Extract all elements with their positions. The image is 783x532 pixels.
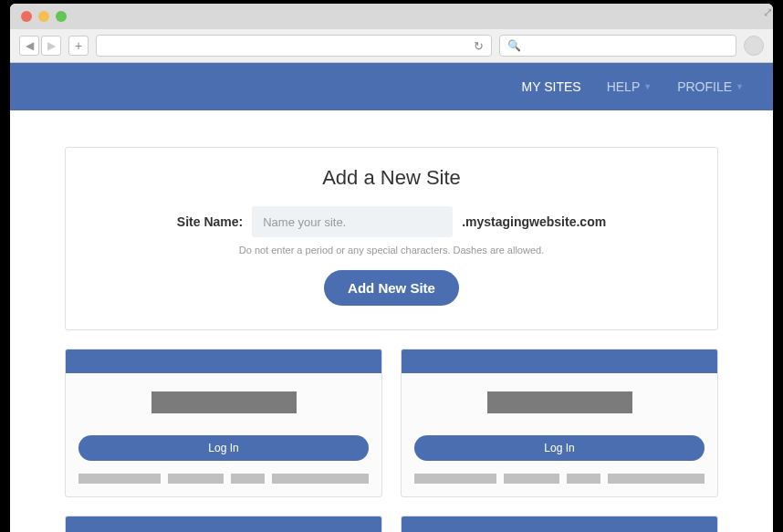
main-content: Add a New Site Site Name: .mystagingwebs… bbox=[10, 110, 773, 532]
stat-placeholder bbox=[231, 474, 266, 484]
browser-chrome bbox=[10, 4, 773, 29]
card-header bbox=[66, 516, 381, 532]
stat-placeholder bbox=[272, 474, 369, 484]
stat-placeholder bbox=[78, 474, 161, 484]
app-header: MY SITES HELP ▼ PROFILE ▼ bbox=[10, 63, 773, 110]
card-body: Log In bbox=[66, 373, 381, 496]
site-name-row: Site Name: .mystagingwebsite.com bbox=[93, 206, 690, 237]
site-card: Log In bbox=[65, 349, 382, 497]
site-name-label: Site Name: bbox=[177, 214, 243, 229]
fullscreen-icon[interactable]: ⤢ bbox=[763, 5, 773, 19]
login-button[interactable]: Log In bbox=[78, 435, 369, 461]
new-tab-button[interactable]: + bbox=[68, 36, 89, 56]
stat-row bbox=[414, 474, 705, 484]
card-header bbox=[66, 349, 381, 373]
stat-row bbox=[78, 474, 369, 484]
site-card: Log In bbox=[401, 349, 718, 497]
site-card bbox=[65, 516, 382, 532]
site-grid: Log In Log In bbox=[65, 349, 718, 532]
forward-button[interactable]: ▶ bbox=[41, 36, 61, 56]
close-window-button[interactable] bbox=[21, 11, 32, 22]
card-header bbox=[402, 349, 717, 373]
maximize-window-button[interactable] bbox=[56, 11, 67, 22]
card-header bbox=[402, 516, 717, 532]
nav-profile[interactable]: PROFILE ▼ bbox=[677, 79, 744, 94]
site-card bbox=[401, 516, 718, 532]
login-button[interactable]: Log In bbox=[414, 435, 705, 461]
stat-placeholder bbox=[567, 474, 601, 484]
minimize-window-button[interactable] bbox=[38, 11, 49, 22]
panel-title: Add a New Site bbox=[93, 166, 690, 190]
chevron-down-icon: ▼ bbox=[736, 82, 744, 91]
site-name-input[interactable] bbox=[252, 206, 453, 237]
browser-toolbar: ⤢ ◀ ▶ + ↻ 🔍 bbox=[10, 29, 773, 63]
traffic-lights bbox=[21, 11, 762, 29]
search-bar[interactable]: 🔍 bbox=[499, 35, 736, 57]
url-bar[interactable]: ↻ bbox=[96, 35, 492, 57]
stat-placeholder bbox=[414, 474, 496, 484]
chevron-down-icon: ▼ bbox=[643, 82, 652, 91]
domain-suffix: .mystagingwebsite.com bbox=[462, 214, 606, 229]
card-body: Log In bbox=[402, 373, 717, 496]
stat-placeholder bbox=[168, 474, 223, 484]
stat-placeholder bbox=[504, 474, 559, 484]
nav-my-sites[interactable]: MY SITES bbox=[522, 79, 581, 94]
help-text: Do not enter a period or any special cha… bbox=[93, 245, 690, 256]
site-title-placeholder bbox=[151, 391, 297, 413]
nav-arrows: ◀ ▶ bbox=[19, 36, 61, 56]
add-site-panel: Add a New Site Site Name: .mystagingwebs… bbox=[65, 147, 718, 330]
nav-help[interactable]: HELP ▼ bbox=[607, 79, 652, 94]
search-icon: 🔍 bbox=[507, 39, 521, 52]
site-title-placeholder bbox=[487, 391, 632, 413]
back-button[interactable]: ◀ bbox=[19, 36, 39, 56]
browser-profile-icon[interactable] bbox=[744, 36, 764, 56]
stat-placeholder bbox=[608, 474, 705, 484]
refresh-icon[interactable]: ↻ bbox=[474, 39, 484, 53]
browser-window: ⤢ ◀ ▶ + ↻ 🔍 MY SITES HELP ▼ PROFILE ▼ Ad… bbox=[10, 4, 773, 532]
add-new-site-button[interactable]: Add New Site bbox=[324, 270, 459, 306]
